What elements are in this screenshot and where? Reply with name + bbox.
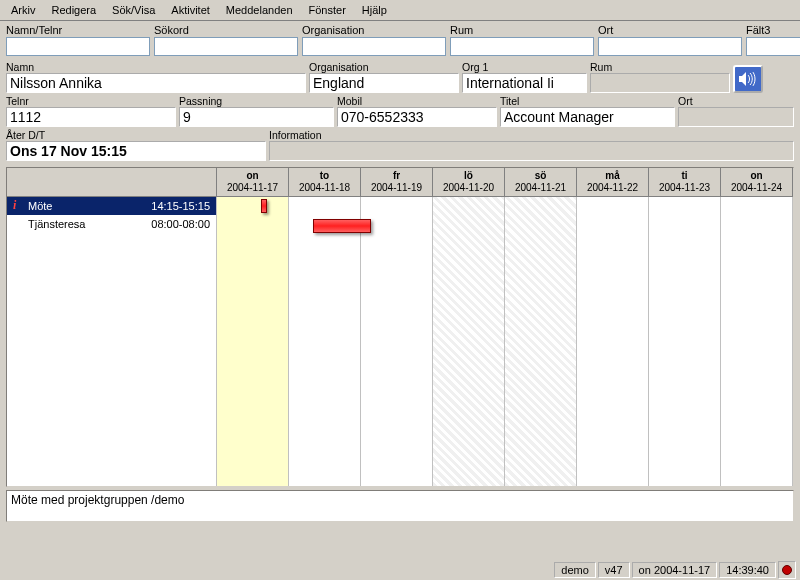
search-label-sokord: Sökord	[154, 24, 298, 36]
calendar-day-header[interactable]: on2004-11-24	[721, 168, 793, 196]
info-icon: i	[13, 198, 24, 213]
calendar-day-header[interactable]: on2004-11-17	[217, 168, 289, 196]
label-titel: Titel	[500, 95, 675, 107]
speaker-icon	[739, 72, 757, 86]
detail-area: Namn Nilsson Annika Organisation England…	[0, 58, 800, 164]
calendar-day-header[interactable]: fr2004-11-19	[361, 168, 433, 196]
status-record-icon	[782, 565, 792, 575]
row-time: 08:00-08:00	[151, 218, 216, 230]
calendar-rowlist: iMöte14:15-15:15Tjänsteresa08:00-08:00	[7, 197, 217, 486]
calendar-day-header[interactable]: to2004-11-18	[289, 168, 361, 196]
calendar-row[interactable]: Tjänsteresa08:00-08:00	[7, 215, 216, 233]
calendar-day-column[interactable]	[361, 197, 433, 486]
calendar-header-left	[7, 168, 217, 196]
event-bar-tjansteresa[interactable]	[313, 219, 371, 233]
calendar-day-column[interactable]	[577, 197, 649, 486]
value-info	[269, 141, 794, 161]
label-ort: Ort	[678, 95, 794, 107]
calendar-day-header[interactable]: lö2004-11-20	[433, 168, 505, 196]
search-label-org: Organisation	[302, 24, 446, 36]
value-ater: Ons 17 Nov 15:15	[6, 141, 266, 161]
status-week: v47	[598, 562, 630, 578]
calendar-day-column[interactable]	[217, 197, 289, 486]
label-ater: Åter D/T	[6, 129, 266, 141]
calendar-grid[interactable]	[217, 197, 793, 486]
calendar-day-column[interactable]	[649, 197, 721, 486]
row-time: 14:15-15:15	[151, 200, 216, 212]
menu-sokvisa[interactable]: Sök/Visa	[105, 2, 162, 18]
row-type: Möte	[24, 200, 151, 212]
label-rum: Rum	[590, 61, 730, 73]
menubar: Arkiv Redigera Sök/Visa Aktivitet Meddel…	[0, 0, 800, 21]
note-panel[interactable]: Möte med projektgruppen /demo	[6, 490, 794, 522]
row-type: Tjänsteresa	[24, 218, 151, 230]
label-namn: Namn	[6, 61, 306, 73]
status-day: on 2004-11-17	[632, 562, 718, 578]
menu-arkiv[interactable]: Arkiv	[4, 2, 42, 18]
search-input-ort[interactable]	[598, 37, 742, 56]
value-rum	[590, 73, 730, 93]
value-org: England	[309, 73, 459, 93]
value-ort	[678, 107, 794, 127]
search-label-rum: Rum	[450, 24, 594, 36]
label-info: Information	[269, 129, 794, 141]
menu-meddelanden[interactable]: Meddelanden	[219, 2, 300, 18]
label-mobil: Mobil	[337, 95, 497, 107]
search-input-falt3[interactable]	[746, 37, 800, 56]
search-input-rum[interactable]	[450, 37, 594, 56]
menu-redigera[interactable]: Redigera	[44, 2, 103, 18]
statusbar: demo v47 on 2004-11-17 14:39:40	[0, 560, 800, 580]
value-telnr: 1112	[6, 107, 176, 127]
search-input-org[interactable]	[302, 37, 446, 56]
value-titel: Account Manager	[500, 107, 675, 127]
search-label-falt3: Fält3	[746, 24, 800, 36]
search-input-namn[interactable]	[6, 37, 150, 56]
menu-aktivitet[interactable]: Aktivitet	[164, 2, 217, 18]
calendar-header: on2004-11-17to2004-11-18fr2004-11-19lö20…	[7, 168, 793, 197]
value-namn: Nilsson Annika	[6, 73, 306, 93]
sound-button[interactable]	[733, 65, 763, 93]
label-org: Organisation	[309, 61, 459, 73]
menu-fonster[interactable]: Fönster	[302, 2, 353, 18]
label-org1: Org 1	[462, 61, 587, 73]
search-label-namn: Namn/Telnr	[6, 24, 150, 36]
search-input-sokord[interactable]	[154, 37, 298, 56]
calendar-day-column[interactable]	[289, 197, 361, 486]
value-passning: 9	[179, 107, 334, 127]
calendar-panel: on2004-11-17to2004-11-18fr2004-11-19lö20…	[6, 167, 794, 487]
label-telnr: Telnr	[6, 95, 176, 107]
calendar-day-header[interactable]: ti2004-11-23	[649, 168, 721, 196]
status-user: demo	[554, 562, 596, 578]
label-passning: Passning	[179, 95, 334, 107]
menu-hjalp[interactable]: Hjälp	[355, 2, 394, 18]
calendar-day-header[interactable]: sö2004-11-21	[505, 168, 577, 196]
calendar-day-column[interactable]	[505, 197, 577, 486]
value-org1: International Ii	[462, 73, 587, 93]
search-label-ort: Ort	[598, 24, 742, 36]
status-time: 14:39:40	[719, 562, 776, 578]
calendar-day-header[interactable]: må2004-11-22	[577, 168, 649, 196]
event-bar-mote[interactable]	[261, 199, 267, 213]
value-mobil: 070-6552333	[337, 107, 497, 127]
calendar-day-column[interactable]	[721, 197, 793, 486]
calendar-day-column[interactable]	[433, 197, 505, 486]
calendar-row[interactable]: iMöte14:15-15:15	[7, 197, 216, 215]
search-row: Namn/Telnr Sökord Organisation Rum Ort F…	[0, 21, 800, 58]
